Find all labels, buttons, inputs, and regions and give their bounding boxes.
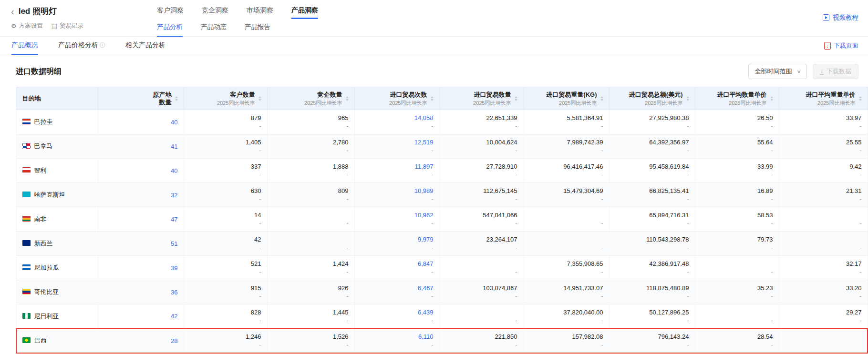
cell-value: 1,526 [273, 333, 349, 341]
data-cell: 6,439- [354, 304, 439, 329]
sort-icon[interactable] [346, 96, 349, 101]
sort-icon[interactable] [515, 96, 517, 101]
cell-value: 965 [273, 114, 349, 122]
origin-count-link[interactable]: 41 [171, 143, 177, 150]
trade-count-link[interactable]: 9,979 [361, 235, 434, 243]
cell-growth: - [701, 220, 773, 227]
sort-icon[interactable] [600, 96, 603, 101]
cell-value: 828 [190, 308, 261, 316]
subtab-product-reports[interactable]: 产品报告 [245, 20, 270, 37]
tab-competitor-insight[interactable]: 竞企洞察 [202, 0, 228, 19]
destination-name: 哈萨克斯坦 [34, 191, 65, 198]
table-row: 尼日利亚42828-1,445-6,439--37,820,040.00-50,… [16, 304, 868, 329]
column-subtitle: 2025同比增长率 [304, 100, 342, 106]
cell-value: 9.42 [785, 162, 862, 171]
cell-growth: - [615, 195, 689, 203]
nav-tab-product-overview[interactable]: 产品概况 [11, 37, 38, 55]
destination-cell: 尼加拉瓜 [16, 256, 98, 280]
origin-count-link[interactable]: 28 [171, 337, 177, 344]
trade-count-link[interactable]: 11,897 [361, 162, 434, 171]
origin-count-link[interactable]: 51 [171, 240, 177, 247]
data-cell: 65,894,716.31- [609, 207, 695, 232]
time-range-select[interactable]: 全部时间范围 ∨ [748, 64, 807, 79]
data-cell: 10,004,624- [439, 134, 523, 159]
trade-count-link[interactable]: 6,110 [361, 333, 434, 341]
download-page-link[interactable]: ↓ 下载页面 [824, 37, 858, 55]
video-tutorial-link[interactable]: 视频教程 [823, 13, 858, 22]
cell-growth: - [785, 122, 862, 130]
download-data-label: 下载数据 [827, 67, 851, 76]
column-header-import-trade-count[interactable]: 进口贸易次数2025同比增长率 [354, 87, 439, 110]
scheme-settings-link[interactable]: ⚙ 方案设置 [11, 22, 43, 30]
column-header-import-trade-total-usd[interactable]: 进口贸易总额(美元)2025同比增长率 [609, 87, 695, 110]
cell-value: 521 [190, 260, 261, 268]
origin-count-link[interactable]: 36 [171, 289, 177, 296]
cell-growth: - [273, 268, 349, 276]
sort-icon[interactable] [431, 96, 434, 101]
data-cell: 11,897- [354, 159, 439, 183]
destination-name: 哥伦比亚 [34, 288, 59, 295]
origin-count-link[interactable]: 39 [171, 264, 177, 272]
sort-icon[interactable] [175, 96, 178, 101]
column-header-competitor-count[interactable]: 竞企数量2025同比增长率 [267, 87, 354, 110]
sort-icon[interactable] [686, 96, 689, 101]
sort-icon[interactable] [258, 96, 261, 101]
subtab-product-trends[interactable]: 产品动态 [201, 20, 227, 37]
data-cell: 926- [267, 280, 354, 304]
column-header-import-avg-weight-price[interactable]: 进口平均重量单价2025同比增长率 [779, 87, 868, 110]
tab-product-insight[interactable]: 产品洞察 [291, 0, 318, 19]
trade-count-link[interactable]: 6,847 [361, 260, 434, 268]
cell-growth: - [529, 122, 603, 130]
trade-count-link[interactable]: 14,058 [361, 114, 434, 122]
trade-count-link[interactable]: 6,467 [361, 284, 434, 292]
nav-tab-product-price-analysis[interactable]: 产品价格分析ⓘ [58, 37, 105, 55]
sort-icon[interactable] [859, 96, 862, 101]
cell-value [785, 235, 862, 243]
origin-count-link[interactable]: 47 [171, 216, 177, 223]
download-data-button[interactable]: ↓ 下载数据 [813, 64, 858, 79]
column-header-import-trade-quantity[interactable]: 进口贸易数量2025同比增长率 [439, 87, 523, 110]
trade-count-link[interactable]: 12,519 [361, 138, 434, 146]
origin-count-cell: 32 [98, 183, 184, 207]
data-cell: 337- [184, 159, 267, 183]
trade-count-link[interactable]: 10,962 [361, 211, 434, 219]
back-icon[interactable]: ‹ [11, 7, 14, 16]
data-cell: 27,728,910- [439, 159, 523, 183]
sort-icon[interactable] [770, 96, 773, 101]
cell-value: 547,041,066 [445, 211, 517, 219]
origin-count-link[interactable]: 42 [171, 313, 177, 320]
column-header-import-avg-quantity-price[interactable]: 进口平均数量单价2025同比增长率 [695, 87, 779, 110]
table-row: 巴拿马411,405-2,780-12,519-10,004,624-7,989… [16, 134, 868, 159]
cell-growth: - [361, 220, 434, 227]
cell-value: 23,264,107 [445, 235, 517, 243]
cell-growth: - [190, 220, 261, 227]
cell-growth: - [785, 171, 862, 179]
tab-market-insight[interactable]: 市场洞察 [247, 0, 273, 19]
data-cell: - [779, 232, 868, 256]
cell-growth: - [701, 293, 773, 300]
origin-count-link[interactable]: 40 [171, 119, 177, 126]
cell-value: 157,982.08 [529, 333, 603, 341]
data-cell: 6,847- [354, 256, 439, 280]
origin-count-link[interactable]: 40 [171, 167, 177, 174]
trade-count-link[interactable]: 6,439 [361, 308, 434, 316]
trade-count-link[interactable]: 10,989 [361, 187, 434, 195]
nav-tab-related-product-analysis[interactable]: 相关产品分析 [125, 37, 165, 55]
column-header-customer-count[interactable]: 客户数量2025同比增长率 [184, 87, 267, 110]
column-header-origin-count[interactable]: 原产地数量 [98, 87, 184, 110]
origin-count-link[interactable]: 32 [171, 192, 177, 199]
trade-records-link[interactable]: ▤ 贸易记录 [52, 22, 83, 30]
column-header-import-trade-weight-kg[interactable]: 进口贸易重量(KG)2025同比增长率 [523, 87, 609, 110]
header-left: ‹ led 照明灯 ⚙ 方案设置 ▤ 贸易记录 [11, 6, 83, 30]
data-cell: 66,825,135.41- [609, 183, 695, 207]
cell-growth: - [445, 317, 517, 324]
data-cell: 12,519- [354, 134, 439, 159]
cell-growth: - [529, 195, 603, 203]
cell-value: 27,728,910 [445, 162, 517, 171]
cell-growth: - [273, 171, 349, 179]
subtab-product-analysis[interactable]: 产品分析 [157, 20, 183, 37]
tab-customer-insight[interactable]: 客户洞察 [157, 0, 184, 19]
cell-value: 25.55 [785, 138, 862, 146]
column-title: 竞企数量 [304, 91, 342, 99]
cell-value: 50,127,896.25 [615, 308, 689, 316]
